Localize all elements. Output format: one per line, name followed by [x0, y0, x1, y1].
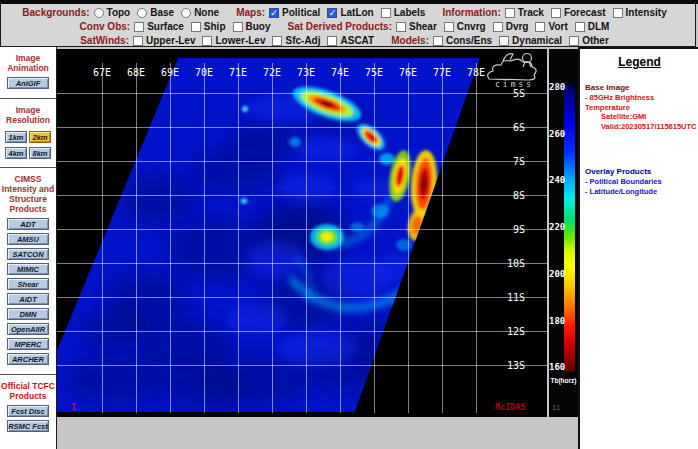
- option-label-track: Track: [518, 7, 544, 18]
- legend-valid-time-line: Valid:20230517/115615UTC: [585, 122, 694, 132]
- legend-overlay-header: Overlay Products: [585, 167, 694, 177]
- checkbox-box-labels[interactable]: [381, 8, 391, 18]
- button-shear[interactable]: Shear: [7, 278, 49, 290]
- group-label-backgrounds: Backgrounds:: [22, 7, 89, 18]
- checkbox-cons-ens[interactable]: Cons/Ens: [433, 35, 492, 46]
- legend-satellite-line: Satellite:GMI: [585, 112, 694, 122]
- checkbox-ship[interactable]: Ship: [191, 21, 226, 32]
- checkbox-lower-lev[interactable]: Lower-Lev: [202, 35, 265, 46]
- checkbox-box-upper-lev[interactable]: [133, 36, 143, 46]
- option-label-intensity: Intensity: [626, 7, 667, 18]
- button-dmn[interactable]: DMN: [7, 308, 49, 320]
- option-label-dynamical: Dynamical: [512, 35, 562, 46]
- legend-overlay-line-latlon: - Latitude/Longitude: [585, 187, 694, 197]
- checkbox-box-latlon[interactable]: ✓: [327, 8, 337, 18]
- checkbox-box-forecast[interactable]: [551, 8, 561, 18]
- button-openaiir[interactable]: OpenAIIR: [7, 323, 49, 335]
- checkbox-box-cnvrg[interactable]: [444, 22, 454, 32]
- checkbox-latlon[interactable]: ✓LatLon: [327, 7, 373, 18]
- button-anigif[interactable]: AniGIF: [7, 77, 49, 89]
- checkbox-other[interactable]: Other: [569, 35, 609, 46]
- colorbar-tick-240: 240: [549, 175, 563, 185]
- radio-topo[interactable]: Topo: [94, 7, 131, 18]
- checkbox-track[interactable]: Track: [505, 7, 544, 18]
- option-label-base: Base: [150, 7, 174, 18]
- checkbox-surface[interactable]: Surface: [134, 21, 184, 32]
- frame-counter: 11: [552, 403, 560, 412]
- section-title-cimss-intensity-and-structure-products: CIMSS Intensity and Structure Products: [1, 174, 55, 214]
- group-label-satwinds: SatWinds:: [80, 35, 129, 46]
- button-mimic[interactable]: MIMIC: [7, 263, 49, 275]
- colorbar-tick-220: 220: [549, 222, 563, 232]
- checkbox-cnvrg[interactable]: Cnvrg: [444, 21, 486, 32]
- button-2km[interactable]: 2km: [29, 131, 51, 143]
- radio-base[interactable]: Base: [137, 7, 174, 18]
- checkbox-box-dlm[interactable]: [575, 22, 585, 32]
- checkbox-box-vort[interactable]: [535, 22, 545, 32]
- checkbox-box-ascat[interactable]: [327, 36, 337, 46]
- button-4km[interactable]: 4km: [5, 147, 27, 159]
- checkbox-forecast[interactable]: Forecast: [551, 7, 606, 18]
- checkbox-box-dynamical[interactable]: [499, 36, 509, 46]
- lat-label-10S: 10S: [507, 258, 525, 269]
- button-mperc[interactable]: MPERC: [7, 338, 49, 350]
- checkbox-box-political[interactable]: ✓: [269, 8, 279, 18]
- section-buttons: ADTAMSUSATCONMIMICShearAiDTDMNOpenAIIRMP…: [1, 218, 55, 365]
- lon-label-76E: 76E: [399, 67, 417, 78]
- option-label-vort: Vort: [548, 21, 567, 32]
- checkbox-box-track[interactable]: [505, 8, 515, 18]
- lon-label-75E: 75E: [365, 67, 383, 78]
- button-8km[interactable]: 8km: [29, 147, 51, 159]
- option-label-none: None: [194, 7, 219, 18]
- lat-label-5S: 5S: [513, 88, 525, 99]
- legend-base-image-line: - 85GHz Brightness Temperature: [585, 93, 694, 112]
- checkbox-box-intensity[interactable]: [613, 8, 623, 18]
- group-maps: Maps:✓Political✓LatLonLabels: [236, 7, 432, 18]
- checkbox-box-ship[interactable]: [191, 22, 201, 32]
- radio-button-topo[interactable]: [94, 8, 104, 18]
- button-adt[interactable]: ADT: [7, 218, 49, 230]
- checkbox-labels[interactable]: Labels: [381, 7, 426, 18]
- lon-label-71E: 71E: [229, 67, 247, 78]
- button-amsu[interactable]: AMSU: [7, 233, 49, 245]
- checkbox-box-surface[interactable]: [134, 22, 144, 32]
- section-title-image-resolution: Image Resolution: [1, 105, 55, 125]
- checkbox-buoy[interactable]: Buoy: [233, 21, 271, 32]
- checkbox-dvrg[interactable]: Dvrg: [493, 21, 529, 32]
- radio-button-none[interactable]: [181, 8, 191, 18]
- checkbox-box-cons-ens[interactable]: [433, 36, 443, 46]
- button-fcst-disc[interactable]: Fcst Disc: [7, 405, 49, 417]
- radio-none[interactable]: None: [181, 7, 219, 18]
- checkbox-box-lower-lev[interactable]: [202, 36, 212, 46]
- lat-label-13S: 13S: [507, 360, 525, 371]
- checkbox-box-shear[interactable]: [396, 22, 406, 32]
- option-label-labels: Labels: [394, 7, 426, 18]
- checkbox-box-other[interactable]: [569, 36, 579, 46]
- controls-row-2: Conv Obs:SurfaceShipBuoySat Derived Prod…: [1, 20, 695, 33]
- checkbox-dlm[interactable]: DLM: [575, 21, 610, 32]
- button-rsmc-fcst[interactable]: RSMC Fcst: [7, 420, 49, 432]
- checkbox-box-buoy[interactable]: [233, 22, 243, 32]
- colorbar-panel: 280260240220200180160 Tb(horz) 11: [549, 49, 578, 417]
- checkbox-box-sfc-adj[interactable]: [272, 36, 282, 46]
- product-sidebar: Image AnimationAniGIFImage Resolution1km…: [0, 47, 57, 449]
- button-1km[interactable]: 1km: [5, 131, 27, 143]
- checkbox-dynamical[interactable]: Dynamical: [499, 35, 562, 46]
- checkbox-upper-lev[interactable]: Upper-Lev: [133, 35, 195, 46]
- checkbox-sfc-adj[interactable]: Sfc-Adj: [272, 35, 320, 46]
- checkbox-ascat[interactable]: ASCAT: [327, 35, 374, 46]
- checkbox-political[interactable]: ✓Political: [269, 7, 320, 18]
- checkbox-vort[interactable]: Vort: [535, 21, 567, 32]
- button-archer[interactable]: ARCHER: [7, 353, 49, 365]
- group-sat-derived-products: Sat Derived Products:ShearCnvrgDvrgVortD…: [288, 21, 617, 32]
- button-aidt[interactable]: AiDT: [7, 293, 49, 305]
- checkbox-box-dvrg[interactable]: [493, 22, 503, 32]
- checkbox-intensity[interactable]: Intensity: [613, 7, 667, 18]
- lat-label-7S: 7S: [513, 156, 525, 167]
- option-label-shear: Shear: [409, 21, 437, 32]
- sidebar-section-image-animation: Image AnimationAniGIF: [0, 47, 56, 98]
- radio-button-base[interactable]: [137, 8, 147, 18]
- button-satcon[interactable]: SATCON: [7, 248, 49, 260]
- lat-label-9S: 9S: [513, 224, 525, 235]
- checkbox-shear[interactable]: Shear: [396, 21, 437, 32]
